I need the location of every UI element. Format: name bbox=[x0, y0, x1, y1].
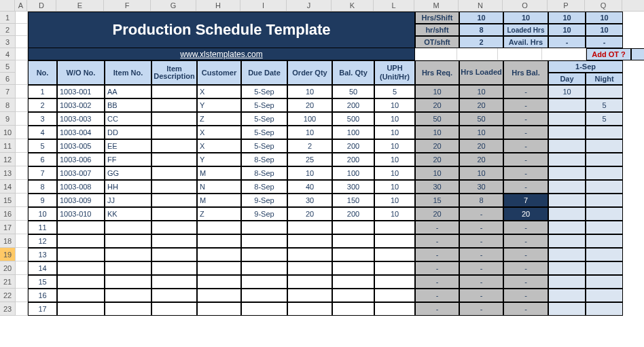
cell-uph[interactable]: 10 bbox=[374, 207, 415, 221]
cell-night[interactable] bbox=[586, 139, 623, 153]
cell-bqty[interactable]: 150 bbox=[332, 194, 374, 207]
cell-day[interactable]: 10 bbox=[548, 85, 586, 98]
cell-hbal[interactable]: - bbox=[503, 248, 548, 261]
cell-wo[interactable]: 1003-005 bbox=[57, 139, 105, 153]
cell-wo[interactable]: 1003-003 bbox=[57, 112, 105, 126]
cell-cust[interactable]: M bbox=[197, 194, 241, 207]
cell-item[interactable] bbox=[105, 289, 151, 302]
avail-hrs-p[interactable]: - bbox=[548, 36, 586, 48]
col-header-P[interactable]: P bbox=[548, 0, 585, 11]
cell-bqty[interactable]: 500 bbox=[332, 112, 374, 126]
cell-oqty[interactable] bbox=[287, 302, 332, 316]
cell-cust[interactable]: Y bbox=[197, 98, 241, 112]
hr-shft-val[interactable]: 8 bbox=[459, 24, 503, 36]
cell-oqty[interactable]: 20 bbox=[287, 207, 332, 221]
cell-item[interactable]: KK bbox=[105, 207, 151, 221]
row-header-12[interactable]: 12 bbox=[0, 153, 15, 166]
cell-hreq[interactable]: 50 bbox=[415, 112, 459, 126]
cell-bqty[interactable]: 100 bbox=[332, 166, 374, 180]
cell-wo[interactable]: 1003-007 bbox=[57, 166, 105, 180]
add-ot-p[interactable]: Y bbox=[631, 48, 644, 60]
cell-wo[interactable] bbox=[57, 261, 105, 275]
col-header-Q[interactable]: Q bbox=[585, 0, 622, 11]
cell-no[interactable]: 4 bbox=[28, 126, 57, 139]
row-header-13[interactable]: 13 bbox=[0, 166, 15, 180]
cell-wo[interactable]: 1003-006 bbox=[57, 153, 105, 166]
cell-hload[interactable]: - bbox=[459, 302, 503, 316]
cell-bqty[interactable]: 50 bbox=[332, 85, 374, 98]
cell-hreq[interactable]: 10 bbox=[415, 166, 459, 180]
cell-wo[interactable]: 1003-010 bbox=[57, 207, 105, 221]
cell-hreq[interactable]: 10 bbox=[415, 85, 459, 98]
cell-hbal[interactable]: - bbox=[503, 261, 548, 275]
cell-wo[interactable] bbox=[57, 289, 105, 302]
cell-desc[interactable] bbox=[151, 289, 197, 302]
cell-hload[interactable]: - bbox=[459, 289, 503, 302]
row-header-15[interactable]: 15 bbox=[0, 194, 15, 207]
cell-no[interactable]: 17 bbox=[28, 302, 57, 316]
cell-desc[interactable] bbox=[151, 207, 197, 221]
cell-uph[interactable] bbox=[374, 289, 415, 302]
cell-desc[interactable] bbox=[151, 153, 197, 166]
row-header-2[interactable]: 2 bbox=[0, 24, 15, 36]
cell-item[interactable] bbox=[105, 221, 151, 234]
cell-due[interactable]: 8-Sep bbox=[241, 166, 287, 180]
link-banner[interactable]: www.xlstemplates.com bbox=[28, 48, 415, 60]
cell-day[interactable] bbox=[548, 126, 586, 139]
cell-hreq[interactable]: 20 bbox=[415, 153, 459, 166]
cell-desc[interactable] bbox=[151, 261, 197, 275]
cell-oqty[interactable]: 100 bbox=[287, 112, 332, 126]
cell-no[interactable]: 15 bbox=[28, 275, 57, 289]
hrs-shift-o[interactable]: 10 bbox=[503, 12, 548, 24]
col-header-I[interactable]: I bbox=[240, 0, 287, 11]
cell-cust[interactable]: X bbox=[197, 85, 241, 98]
cell-hbal[interactable]: - bbox=[503, 139, 548, 153]
cell-due[interactable] bbox=[241, 275, 287, 289]
cell-bqty[interactable] bbox=[332, 261, 374, 275]
cell-desc[interactable] bbox=[151, 194, 197, 207]
cell-item[interactable]: HH bbox=[105, 180, 151, 194]
row-header-10[interactable]: 10 bbox=[0, 126, 15, 139]
cell-hreq[interactable]: - bbox=[415, 261, 459, 275]
cell-item[interactable] bbox=[105, 234, 151, 248]
cell-no[interactable]: 7 bbox=[28, 166, 57, 180]
cell-no[interactable]: 10 bbox=[28, 207, 57, 221]
cell-hbal[interactable]: - bbox=[503, 112, 548, 126]
cell-hload[interactable]: - bbox=[459, 234, 503, 248]
cell-uph[interactable]: 10 bbox=[374, 153, 415, 166]
cell-cust[interactable] bbox=[197, 261, 241, 275]
cell-no[interactable]: 16 bbox=[28, 289, 57, 302]
col-header-O[interactable]: O bbox=[503, 0, 548, 11]
row-header-11[interactable]: 11 bbox=[0, 139, 15, 153]
col-header-L[interactable]: L bbox=[374, 0, 414, 11]
cell-due[interactable]: 9-Sep bbox=[241, 207, 287, 221]
cell-night[interactable] bbox=[586, 221, 623, 234]
cell-due[interactable]: 5-Sep bbox=[241, 126, 287, 139]
cell-cust[interactable] bbox=[197, 275, 241, 289]
cell-no[interactable]: 2 bbox=[28, 98, 57, 112]
cell-hreq[interactable]: - bbox=[415, 221, 459, 234]
cell-no[interactable]: 1 bbox=[28, 85, 57, 98]
cell-day[interactable] bbox=[548, 248, 586, 261]
cell-cust[interactable] bbox=[197, 289, 241, 302]
cell-oqty[interactable]: 10 bbox=[287, 85, 332, 98]
cell-wo[interactable]: 1003-009 bbox=[57, 194, 105, 207]
cell-night[interactable] bbox=[586, 261, 623, 275]
cell-night[interactable]: 5 bbox=[586, 112, 623, 126]
cell-day[interactable] bbox=[548, 207, 586, 221]
cell-uph[interactable]: 10 bbox=[374, 166, 415, 180]
cell-hload[interactable]: 10 bbox=[459, 166, 503, 180]
cell-hload[interactable]: 20 bbox=[459, 139, 503, 153]
row-header-14[interactable]: 14 bbox=[0, 180, 15, 194]
cell-uph[interactable]: 10 bbox=[374, 112, 415, 126]
cell-cust[interactable]: Z bbox=[197, 207, 241, 221]
cell-wo[interactable] bbox=[57, 248, 105, 261]
cell-oqty[interactable]: 2 bbox=[287, 139, 332, 153]
cell-night[interactable] bbox=[586, 302, 623, 316]
cell-wo[interactable] bbox=[57, 234, 105, 248]
cell-oqty[interactable] bbox=[287, 248, 332, 261]
cell-uph[interactable]: 10 bbox=[374, 139, 415, 153]
cell-cust[interactable]: Z bbox=[197, 112, 241, 126]
col-header-G[interactable]: G bbox=[151, 0, 196, 11]
cell-hload[interactable]: - bbox=[459, 221, 503, 234]
